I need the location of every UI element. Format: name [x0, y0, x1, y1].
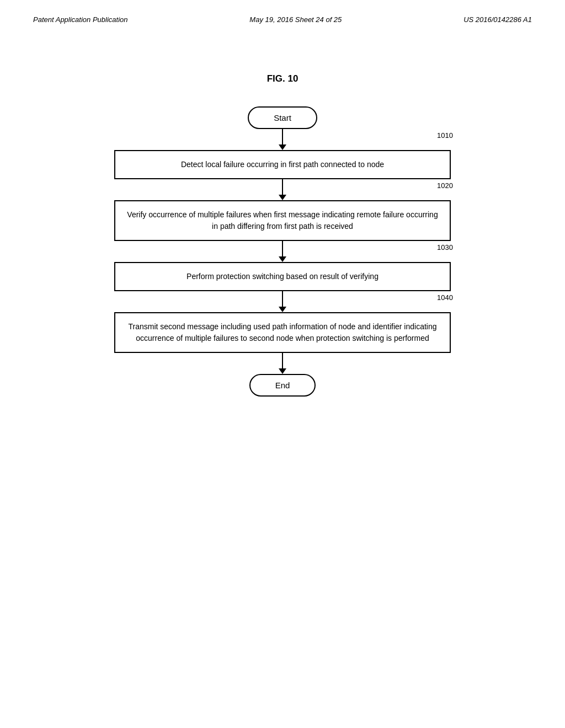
- step-label-1010: 1010: [437, 131, 453, 140]
- arrow-3: [279, 256, 286, 262]
- header-right: US 2016/0142286 A1: [463, 15, 532, 24]
- step-1020-box: Verify occurrence of multiple failures w…: [114, 200, 451, 241]
- end-terminal: End: [249, 374, 316, 397]
- line-3: [282, 241, 283, 256]
- header-left: Patent Application Publication: [33, 15, 128, 24]
- line-5: [282, 353, 283, 368]
- connector-5: [114, 353, 451, 374]
- step-1020-container: Verify occurrence of multiple failures w…: [114, 200, 451, 241]
- step-label-1040: 1040: [437, 293, 453, 302]
- step-label-1020: 1020: [437, 181, 453, 190]
- connector-4: 1040: [114, 291, 451, 312]
- connector-1: 1010: [114, 129, 451, 150]
- step-1010-box: Detect local failure occurring in first …: [114, 150, 451, 179]
- arrow-5: [279, 368, 286, 374]
- step-label-1030: 1030: [437, 243, 453, 251]
- connector-2: 1020: [114, 179, 451, 200]
- connector-3: 1030: [114, 241, 451, 262]
- step-1030-container: Perform protection switching based on re…: [114, 262, 451, 291]
- arrow-1: [279, 144, 286, 150]
- flowchart-container: Start 1010 Detect local failure occurrin…: [0, 106, 565, 397]
- step-1040-container: Transmit second message including used p…: [114, 312, 451, 353]
- header-center: May 19, 2016 Sheet 24 of 25: [249, 15, 342, 24]
- line-4: [282, 291, 283, 307]
- line-2: [282, 179, 283, 195]
- step-1030-box: Perform protection switching based on re…: [114, 262, 451, 291]
- arrow-4: [279, 307, 286, 312]
- page-header: Patent Application Publication May 19, 2…: [0, 0, 565, 29]
- arrow-2: [279, 195, 286, 200]
- start-terminal: Start: [248, 106, 317, 129]
- figure-title: FIG. 10: [0, 73, 565, 84]
- step-1010-container: Detect local failure occurring in first …: [114, 150, 451, 179]
- line-1: [282, 129, 283, 144]
- step-1040-box: Transmit second message including used p…: [114, 312, 451, 353]
